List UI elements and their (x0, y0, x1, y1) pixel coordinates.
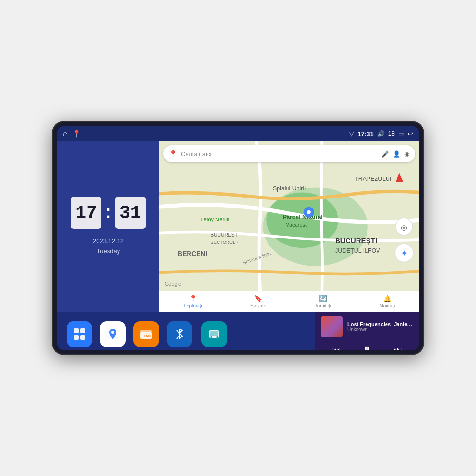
bluetooth-label: Bluetooth (169, 349, 190, 350)
svg-text:◎: ◎ (401, 223, 407, 231)
status-right: ▽ 17:31 🔊 18 ▭ ↩ (349, 130, 413, 138)
app-carlink[interactable]: Car Link 2.0 (200, 321, 228, 350)
map-background: Splaiul Unirii Parcul Natural Văcărești … (159, 141, 419, 312)
svg-text:FM: FM (144, 334, 149, 337)
map-panel[interactable]: 📍 Căutați aici 🎤 👤 ◉ (159, 141, 419, 312)
bluetooth-icon (167, 321, 192, 347)
maps-label: Maps (107, 349, 119, 350)
radio-icon: FM (133, 321, 159, 347)
saved-icon: 🔖 (254, 295, 262, 302)
apps-label: Apps (73, 349, 85, 350)
svg-text:TRAPEZULUI: TRAPEZULUI (355, 176, 391, 182)
map-search-actions: 🎤 👤 ◉ (381, 150, 409, 158)
svg-rect-30 (140, 330, 152, 333)
home-icon[interactable]: ⌂ (63, 129, 68, 138)
svg-point-32 (149, 335, 151, 337)
clock-colon: : (105, 203, 111, 221)
maps-icon (100, 321, 126, 347)
news-icon: 🔔 (383, 295, 391, 302)
map-nav-noutati-label: Noutăți (380, 303, 395, 308)
svg-rect-24 (74, 335, 79, 340)
svg-text:BERCENI: BERCENI (178, 250, 207, 258)
map-nav-noutati[interactable]: 🔔 Noutăți (380, 295, 395, 308)
svg-text:BUCUREȘTI: BUCUREȘTI (210, 232, 239, 238)
svg-text:✦: ✦ (401, 249, 407, 258)
music-controls: ⏮ ⏸ ⏭ (321, 342, 413, 350)
music-thumbnail (321, 316, 343, 337)
main-content: 17 : 31 2023.12.12 Tuesday 📍 Căutați aic… (57, 141, 419, 312)
layers-icon[interactable]: ◉ (404, 150, 409, 158)
clock-widget: 17 : 31 (71, 197, 146, 229)
music-info-row: Lost Frequencies_Janieck Devy-... Unknow… (321, 316, 413, 337)
svg-text:JUDEȚUL ILFOV: JUDEȚUL ILFOV (335, 248, 380, 254)
map-nav-salvate-label: Salvate (250, 303, 266, 308)
app-radio[interactable]: FM radio (133, 321, 159, 350)
svg-text:Splaiul Unirii: Splaiul Unirii (273, 185, 306, 192)
svg-point-38 (216, 336, 218, 338)
carlink-icon (201, 321, 227, 347)
svg-rect-36 (210, 331, 218, 336)
device-screen: ⌂ 📍 ▽ 17:31 🔊 18 ▭ ↩ 17 : 31 (57, 126, 419, 350)
music-player: Lost Frequencies_Janieck Devy-... Unknow… (315, 312, 419, 350)
svg-text:Leroy Merlin: Leroy Merlin (200, 217, 229, 222)
map-search-placeholder[interactable]: Căutați aici (181, 150, 377, 158)
map-pin-icon: 📍 (169, 150, 177, 158)
svg-text:SECTORUL 4: SECTORUL 4 (210, 239, 239, 245)
svg-rect-25 (80, 335, 85, 340)
status-left: ⌂ 📍 (63, 129, 80, 138)
share-icon: 🔄 (319, 295, 327, 302)
map-nav-exploreaza[interactable]: 📍 Explorați (184, 295, 202, 308)
explore-icon: 📍 (189, 295, 197, 302)
signal-icon: ▽ (349, 130, 354, 137)
clock-panel: 17 : 31 2023.12.12 Tuesday (57, 141, 159, 312)
volume-icon: 🔊 (377, 130, 385, 137)
svg-point-37 (210, 336, 212, 338)
mic-icon[interactable]: 🎤 (381, 150, 389, 158)
map-nav-trimiteti-label: Trimiteți (315, 303, 331, 308)
map-search-bar[interactable]: 📍 Căutați aici 🎤 👤 ◉ (163, 145, 415, 162)
svg-text:Parcul Natural: Parcul Natural (283, 214, 323, 220)
app-maps[interactable]: Maps (100, 321, 126, 350)
svg-text:Google: Google (165, 281, 182, 287)
apps-icon (67, 321, 92, 347)
music-title: Lost Frequencies_Janieck Devy-... (347, 321, 413, 327)
device: ⌂ 📍 ▽ 17:31 🔊 18 ▭ ↩ 17 : 31 (52, 121, 424, 355)
clock-minutes: 31 (115, 197, 146, 229)
svg-rect-22 (74, 328, 79, 333)
svg-text:Văcărești: Văcărești (286, 222, 308, 228)
svg-text:BUCUREȘTI: BUCUREȘTI (335, 237, 377, 245)
svg-point-27 (111, 331, 114, 334)
maps-pin-icon[interactable]: 📍 (72, 130, 80, 138)
svg-rect-23 (80, 328, 85, 333)
status-bar: ⌂ 📍 ▽ 17:31 🔊 18 ▭ ↩ (57, 126, 419, 141)
svg-point-14 (307, 210, 311, 214)
bottom-area: Apps Maps (57, 312, 419, 350)
music-artist: Unknown (347, 327, 413, 332)
radio-label: radio (140, 349, 152, 350)
map-nav-exploreaza-label: Explorați (184, 303, 202, 308)
play-pause-button[interactable]: ⏸ (360, 342, 374, 350)
account-icon[interactable]: 👤 (393, 150, 400, 158)
music-text: Lost Frequencies_Janieck Devy-... Unknow… (347, 321, 413, 332)
back-icon[interactable]: ↩ (407, 130, 413, 138)
map-nav-trimiteti[interactable]: 🔄 Trimiteți (315, 295, 331, 308)
app-apps[interactable]: Apps (67, 321, 92, 350)
map-bottom-bar: 📍 Explorați 🔖 Salvate 🔄 Trimiteți 🔔 Nout… (159, 291, 419, 312)
prev-button[interactable]: ⏮ (329, 343, 343, 350)
day-value: Tuesday (93, 247, 124, 257)
date-value: 2023.12.12 (93, 237, 124, 247)
clock-hours: 17 (71, 197, 101, 229)
battery-icon: ▭ (398, 130, 404, 137)
carlink-label: Car Link 2.0 (200, 349, 228, 350)
next-button[interactable]: ⏭ (391, 343, 405, 350)
battery-level: 18 (388, 130, 395, 137)
map-nav-salvate[interactable]: 🔖 Salvate (250, 295, 266, 308)
date-display: 2023.12.12 Tuesday (93, 237, 124, 257)
apps-row: Apps Maps (57, 312, 315, 350)
time-display: 17:31 (357, 130, 373, 138)
app-bluetooth[interactable]: Bluetooth (167, 321, 192, 350)
